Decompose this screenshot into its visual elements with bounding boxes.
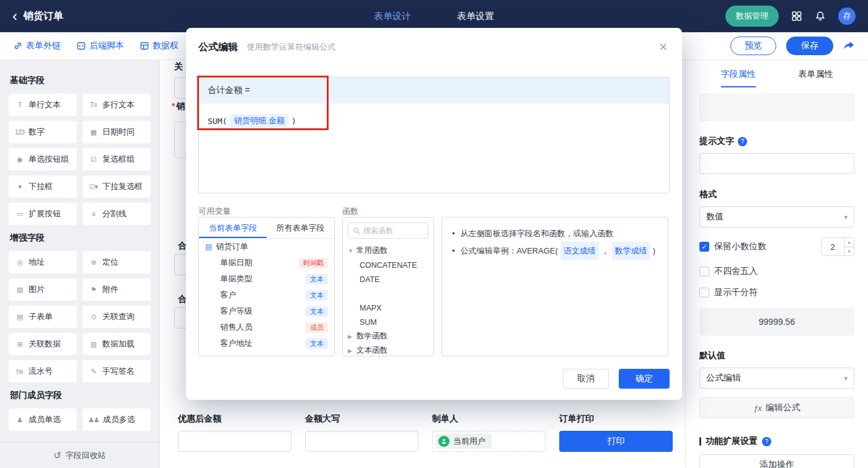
field-item-member-single[interactable]: ♟成员单选 [9, 408, 77, 431]
variable-item[interactable]: 客户地址文本 [199, 335, 334, 351]
function-item[interactable] [343, 286, 433, 301]
function-item[interactable]: DATE [343, 272, 433, 286]
field-item-data-load[interactable]: ▥数据加载 [82, 333, 151, 355]
formula-expression[interactable]: SUM( 销货明细.金额 ) [199, 104, 669, 138]
hint-text-label: 提示文字 [699, 136, 734, 147]
field-item-label: 多行文本 [102, 99, 135, 110]
function-item[interactable]: CONCATENATE [343, 258, 433, 272]
field-item-label: 成员多选 [103, 414, 135, 425]
data-permission-item[interactable]: 数据权 [140, 40, 179, 51]
back-icon[interactable]: ‹ [12, 9, 17, 24]
field-item-multi-select[interactable]: ☑▾下拉复选框 [82, 175, 151, 198]
step-up-icon[interactable]: ▲ [844, 238, 854, 247]
field-item-signature[interactable]: ✎手写签名 [82, 360, 151, 382]
field-recycle-bin[interactable]: ↺ 字段回收站 [0, 442, 159, 468]
function-group-label: 数学函数 [356, 331, 388, 342]
function-group-math[interactable]: ▶数学函数 [343, 329, 433, 343]
data-manage-button[interactable]: 数据管理 [725, 6, 779, 27]
add-action-button[interactable]: 添加操作 [699, 454, 854, 468]
decimals-stepper[interactable]: 2 ▲▼ [821, 237, 854, 256]
function-item[interactable]: SUM [343, 315, 433, 329]
amount-in-words-input[interactable] [305, 431, 418, 452]
no-rounding-row: 不四舍五入 [699, 266, 854, 277]
field-item-attachment[interactable]: ⚑附件 [82, 278, 151, 301]
field-item-multi-text[interactable]: T≡多行文本 [82, 94, 151, 116]
edit-formula-button[interactable]: ƒx 编辑公式 [699, 397, 854, 418]
question-icon[interactable]: ? [762, 437, 771, 446]
field-item-select[interactable]: ▾下拉框 [9, 175, 77, 198]
print-button[interactable]: 打印 [559, 431, 673, 452]
field-item-number[interactable]: 123数字 [9, 121, 77, 143]
function-group-common[interactable]: ▼常用函数 [343, 244, 433, 258]
field-item-image[interactable]: ▨图片 [9, 278, 77, 301]
variable-item[interactable]: 销售人员成员 [199, 319, 334, 335]
field-item-radio-group[interactable]: ◉单选按钮组 [9, 148, 77, 170]
form-external-link-item[interactable]: 表单外链 [14, 40, 61, 51]
field-item-serial-number[interactable]: №流水号 [9, 360, 77, 382]
hint-text-input[interactable] [699, 153, 854, 174]
radio-icon: ◉ [14, 156, 25, 164]
single-text-icon: T [14, 101, 25, 108]
field-item-address[interactable]: ◎地址 [9, 251, 77, 273]
field-token[interactable]: 销货明细.金额 [230, 114, 288, 128]
bullet-icon: • [452, 242, 455, 259]
backend-script-item[interactable]: 后端脚本 [77, 40, 124, 51]
field-item-extend-button[interactable]: ▭扩展按钮 [9, 203, 77, 225]
variables-tree-root[interactable]: ▤ 销货订单 [199, 239, 334, 255]
field-item-subform[interactable]: ▤子表单 [9, 306, 77, 328]
variable-item[interactable]: 客户文本 [199, 287, 334, 303]
type-tag: 成员 [306, 322, 328, 333]
variable-item[interactable]: 客户等级文本 [199, 303, 334, 319]
save-button[interactable]: 保存 [786, 37, 833, 55]
confirm-button[interactable]: 确定 [619, 369, 670, 389]
avatar[interactable]: 存 [838, 7, 856, 25]
field-item-member-multi[interactable]: ♟♟成员多选 [82, 408, 151, 431]
field-item-checkbox-group[interactable]: ☑复选框组 [82, 148, 151, 170]
field-item-divider[interactable]: ≡分割线 [82, 203, 151, 225]
current-user-token[interactable]: 当前用户 [436, 434, 492, 449]
field-item-single-text[interactable]: T单行文本 [9, 94, 77, 116]
decimals-checkbox[interactable]: ✓ [699, 242, 709, 252]
format-select[interactable]: 数值 ▾ [699, 206, 854, 227]
formula-editor[interactable]: 合计金额 = SUM( 销货明细.金额 ) [198, 77, 670, 193]
step-down-icon[interactable]: ▼ [844, 247, 854, 256]
function-item[interactable]: MAPX [343, 301, 433, 315]
function-group-text[interactable]: ▶文本函数 [343, 343, 433, 356]
tab-all-form-fields[interactable]: 所有表单字段 [267, 218, 334, 238]
discounted-amount-input[interactable] [178, 431, 291, 452]
tab-field-properties[interactable]: 字段属性 [699, 69, 777, 87]
tab-form-design[interactable]: 表单设计 [374, 11, 411, 22]
preview-button[interactable]: 预览 [730, 37, 776, 55]
format-value: 数值 [706, 211, 724, 223]
thousand-separator-checkbox[interactable] [699, 288, 709, 298]
field-item-datetime[interactable]: ▦日期时间 [82, 121, 151, 143]
close-icon[interactable]: × [659, 40, 667, 54]
apps-icon[interactable] [791, 11, 802, 22]
required-asterisk: * [172, 101, 175, 111]
share-icon[interactable] [843, 41, 854, 51]
partial-field-label-required: *销 [172, 101, 185, 112]
placeholder-box[interactable] [699, 94, 854, 121]
tab-form-properties[interactable]: 表单属性 [777, 69, 854, 87]
multi-text-icon: T≡ [88, 101, 99, 108]
bell-icon[interactable] [815, 11, 826, 22]
no-rounding-checkbox[interactable] [699, 267, 709, 276]
variable-item[interactable]: 单据日期时间戳 [199, 255, 334, 271]
default-value-select[interactable]: 公式编辑 ▾ [699, 368, 854, 389]
field-palette-sidebar: 基础字段 T单行文本 T≡多行文本 123数字 ▦日期时间 ◉单选按钮组 ☑复选… [0, 60, 160, 468]
section-marker [699, 437, 701, 446]
variable-name: 客户地址 [220, 338, 252, 349]
question-icon[interactable]: ? [738, 137, 747, 146]
serial-icon: № [14, 368, 25, 375]
variable-item[interactable]: 单据类型文本 [199, 271, 334, 287]
field-item-location[interactable]: ⊕定位 [82, 251, 151, 273]
user-icon [438, 436, 450, 447]
creator-input[interactable]: 当前用户 [432, 431, 546, 452]
field-item-linked-query[interactable]: ⊙关联查询 [82, 306, 151, 328]
help-example-suffix: ) [653, 242, 655, 259]
tab-current-form-fields[interactable]: 当前表单字段 [199, 218, 267, 238]
tab-form-settings[interactable]: 表单设置 [457, 11, 494, 22]
cancel-button[interactable]: 取消 [563, 369, 609, 389]
function-search-input[interactable]: 搜索函数 [348, 223, 428, 239]
field-item-linked-data[interactable]: ⊞关联数据 [9, 333, 77, 355]
